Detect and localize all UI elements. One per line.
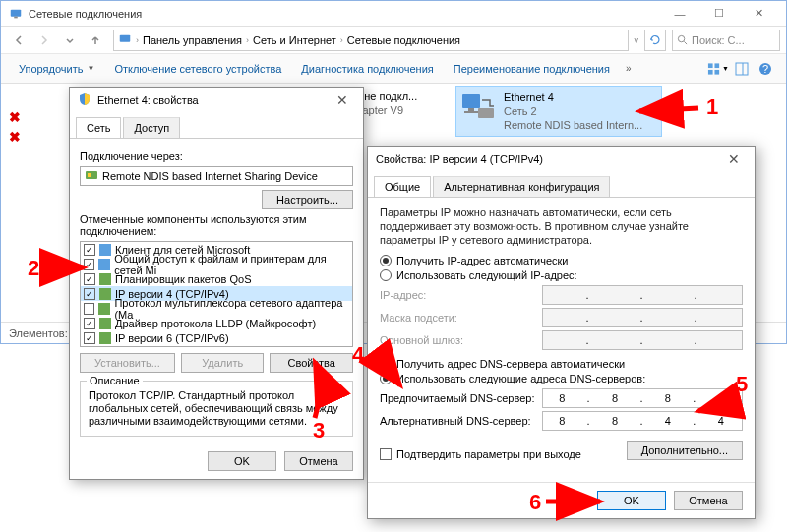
svg-rect-8	[714, 69, 719, 74]
svg-rect-2	[120, 34, 131, 41]
connection-name: Ethernet 4	[504, 90, 642, 104]
svg-rect-6	[714, 63, 719, 68]
toolbar: Упорядочить▼ Отключение сетевого устройс…	[1, 54, 786, 84]
maximize-button[interactable]: ☐	[699, 4, 739, 24]
dialog-title: Ethernet 4: свойства	[97, 94, 330, 106]
breadcrumb-item[interactable]: Сеть и Интернет	[253, 34, 336, 46]
subnet-mask-input: ...	[542, 308, 743, 327]
annotation-3: 3	[313, 418, 325, 443]
remove-button[interactable]: Удалить	[181, 353, 265, 373]
component-icon	[98, 303, 110, 315]
close-button[interactable]: ✕	[721, 149, 747, 169]
search-icon	[677, 34, 688, 45]
svg-rect-15	[464, 111, 478, 113]
dns-preferred-input[interactable]: 8.8.8.8	[542, 388, 743, 408]
cancel-button[interactable]: Отмена	[284, 451, 353, 471]
configure-button[interactable]: Настроить...	[262, 190, 353, 209]
annotation-6: 6	[529, 490, 541, 515]
breadcrumb-item[interactable]: Сетевые подключения	[347, 34, 460, 46]
svg-rect-5	[708, 63, 713, 68]
components-label: Отмеченные компоненты используются этим …	[80, 213, 353, 237]
annotation-5: 5	[736, 372, 748, 397]
properties-button[interactable]: Свойства	[270, 353, 353, 373]
svg-rect-23	[98, 303, 110, 315]
install-button[interactable]: Установить...	[80, 353, 175, 373]
component-icon	[98, 259, 110, 270]
svg-rect-21	[99, 273, 111, 285]
svg-text:?: ?	[762, 63, 768, 75]
back-button[interactable]	[7, 30, 30, 51]
cancel-button[interactable]: Отмена	[674, 491, 743, 510]
network-icon	[118, 32, 132, 48]
gateway-input: ...	[542, 330, 743, 350]
adapter-icon	[85, 169, 98, 183]
radio-dns-manual[interactable]: Использовать следующие адреса DNS-сервер…	[380, 373, 743, 384]
details-pane-button[interactable]	[731, 58, 753, 80]
svg-rect-20	[98, 259, 110, 270]
organize-menu[interactable]: Упорядочить▼	[11, 59, 102, 79]
breadcrumb-item[interactable]: Панель управления	[143, 34, 242, 46]
svg-rect-0	[11, 9, 22, 16]
svg-rect-24	[99, 318, 111, 329]
tab-general[interactable]: Общие	[374, 176, 431, 197]
ok-button[interactable]: OK	[597, 491, 666, 510]
connection-adapter: Remote NDIS based Intern...	[504, 118, 642, 132]
window-title: Сетевые подключения	[29, 8, 660, 20]
minimize-button[interactable]: —	[660, 4, 699, 24]
svg-rect-1	[14, 16, 18, 18]
disable-device-button[interactable]: Отключение сетевого устройства	[106, 59, 289, 79]
connection-item-ethernet4[interactable]: Ethernet 4 Сеть 2 Remote NDIS based Inte…	[455, 86, 662, 137]
close-button[interactable]: ✕	[330, 90, 355, 110]
disabled-x-icon: ✖	[9, 129, 21, 145]
tab-alt-config[interactable]: Альтернативная конфигурация	[433, 176, 610, 197]
ethernet-icon	[460, 90, 496, 120]
adapter-field: Remote NDIS based Internet Sharing Devic…	[80, 166, 353, 186]
svg-rect-14	[468, 108, 474, 111]
diagnose-button[interactable]: Диагностика подключения	[293, 59, 441, 79]
dialog-titlebar: Свойства: IP версии 4 (TCP/IPv4) ✕	[368, 147, 755, 172]
radio-ip-auto[interactable]: Получить IP-адрес автоматически	[380, 255, 743, 266]
component-icon	[99, 318, 111, 329]
svg-rect-9	[736, 63, 748, 75]
dns-alternate-input[interactable]: 8.8.4.4	[542, 411, 743, 431]
network-conn-icon	[9, 7, 23, 21]
tab-network[interactable]: Сеть	[76, 117, 121, 138]
info-text: Параметры IP можно назначать автоматичес…	[380, 206, 743, 247]
svg-line-4	[684, 41, 687, 44]
rename-button[interactable]: Переименование подключения	[446, 59, 618, 79]
description-text: Протокол TCP/IP. Стандартный протокол гл…	[89, 389, 344, 428]
component-icon	[99, 273, 111, 285]
breadcrumb[interactable]: › Панель управления › Сеть и Интернет › …	[113, 30, 629, 51]
components-list[interactable]: ✓Клиент для сетей Microsoft ✓Общий досту…	[80, 241, 353, 347]
search-placeholder: Поиск: С...	[692, 34, 745, 46]
refresh-button[interactable]	[644, 30, 666, 51]
shield-icon	[78, 92, 91, 108]
help-button[interactable]: ?	[755, 58, 776, 80]
svg-rect-7	[708, 69, 713, 74]
radio-dns-auto[interactable]: Получить адрес DNS-сервера автоматически	[380, 358, 743, 370]
component-icon	[99, 244, 111, 256]
radio-ip-manual[interactable]: Использовать следующий IP-адрес:	[380, 269, 743, 281]
ip-address-input: ...	[542, 285, 743, 305]
validate-checkbox[interactable]: Подтвердить параметры при выходе	[380, 448, 581, 460]
recent-button[interactable]	[58, 30, 82, 51]
nav-bar: › Панель управления › Сеть и Интернет › …	[1, 27, 786, 54]
svg-rect-17	[86, 171, 97, 179]
overflow-button[interactable]: »	[622, 63, 636, 74]
up-button[interactable]	[84, 30, 107, 51]
svg-rect-13	[462, 94, 480, 108]
annotation-1: 1	[706, 94, 718, 120]
annotation-2: 2	[28, 256, 39, 281]
connection-network: Сеть 2	[504, 104, 642, 118]
forward-button[interactable]	[32, 30, 56, 51]
ok-button[interactable]: OK	[208, 451, 276, 471]
search-input[interactable]: Поиск: С...	[672, 30, 780, 51]
dialog-title: Свойства: IP версии 4 (TCP/IPv4)	[376, 153, 721, 165]
connect-via-label: Подключение через:	[80, 150, 353, 162]
close-button[interactable]: ✕	[739, 4, 778, 24]
component-icon	[99, 288, 111, 300]
tab-access[interactable]: Доступ	[123, 117, 180, 138]
view-button[interactable]: ▼	[707, 58, 729, 80]
advanced-button[interactable]: Дополнительно...	[627, 441, 743, 460]
annotation-4: 4	[352, 342, 364, 368]
